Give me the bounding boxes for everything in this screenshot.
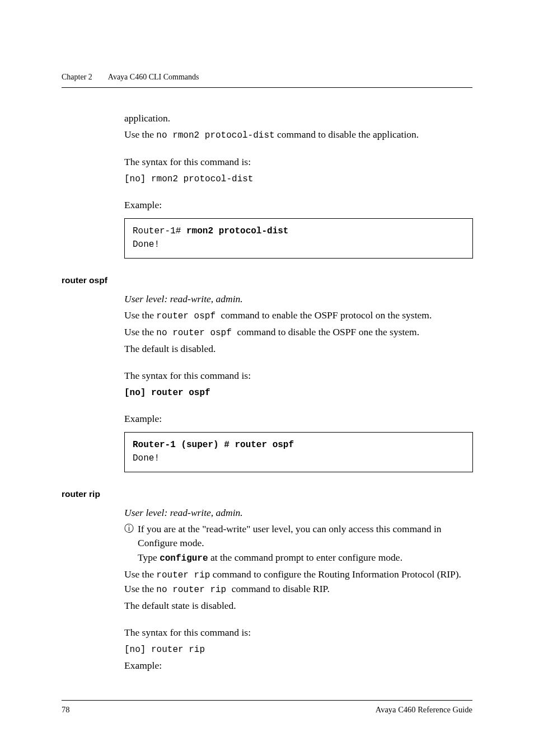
body-text: Example: — [124, 198, 472, 212]
inline-code: [no] router rip — [124, 645, 205, 655]
page-footer: 78 Avaya C460 Reference Guide — [62, 700, 472, 715]
body-text: Use the no router ospf command to disabl… — [124, 325, 472, 340]
footer-row: 78 Avaya C460 Reference Guide — [62, 705, 472, 715]
code-line: Done! — [133, 238, 465, 251]
code-prompt: Router-1# — [133, 226, 186, 236]
user-level: User level: read-write, admin. — [124, 292, 472, 306]
text-fragment: at the command prompt to enter configure… — [208, 552, 402, 563]
text-fragment: Use the — [124, 309, 156, 321]
header-rule — [62, 87, 472, 88]
info-subtext: Type configure at the command prompt to … — [138, 551, 472, 565]
code-command: Router-1 (super) # router ospf — [133, 440, 294, 450]
code-line: Done! — [133, 452, 465, 465]
code-line: Router-1 (super) # router ospf — [133, 438, 465, 452]
running-header: Chapter 2 Avaya C460 CLI Commands — [62, 73, 472, 82]
doc-title: Avaya C460 Reference Guide — [376, 705, 472, 715]
code-command: rmon2 protocol-dist — [186, 226, 288, 236]
footer-rule — [62, 700, 472, 701]
syntax-line: [no] rmon2 protocol-dist — [124, 171, 472, 186]
page-number: 78 — [62, 705, 70, 715]
body-text: The syntax for this command is: — [124, 155, 472, 169]
text-fragment: Use the — [124, 129, 156, 140]
section-router-ospf: User level: read-write, admin. Use the r… — [124, 292, 472, 472]
inline-code-bold: configure — [160, 553, 208, 564]
inline-code: [no] rmon2 protocol-dist — [124, 174, 253, 184]
inline-code: no router rip — [156, 585, 231, 595]
code-example-box: Router-1 (super) # router ospf Done! — [124, 432, 473, 472]
code-example-box: Router-1# rmon2 protocol-dist Done! — [124, 218, 473, 259]
body-text: The default is disabled. — [124, 342, 472, 356]
page: Chapter 2 Avaya C460 CLI Commands applic… — [0, 0, 534, 756]
code-line: Router-1# rmon2 protocol-dist — [133, 224, 465, 238]
user-level: User level: read-write, admin. — [124, 506, 472, 520]
body-text: application. — [124, 111, 472, 125]
body-text: Example: — [124, 659, 472, 673]
syntax-line: [no] router ospf — [124, 385, 472, 400]
chapter-title: Avaya C460 CLI Commands — [108, 73, 199, 82]
body-text: Use the no rmon2 protocol-dist command t… — [124, 128, 472, 142]
inline-code-bold: [no] router ospf — [124, 388, 210, 398]
chapter-label: Chapter 2 — [62, 73, 92, 82]
body-text: Use the router rip command to configure … — [124, 567, 472, 597]
body-text: The syntax for this command is: — [124, 626, 472, 640]
inline-code: no rmon2 protocol-dist — [156, 130, 274, 140]
section-heading-router-rip: router rip — [62, 489, 472, 499]
info-note: ⓘ If you are at the "read-write" user le… — [124, 522, 472, 551]
inline-code: no router ospf — [156, 328, 237, 338]
info-text: If you are at the "read-write" user leve… — [138, 522, 472, 551]
text-fragment: command to disable the OSPF one the syst… — [237, 326, 419, 337]
text-fragment: Use the — [124, 326, 156, 337]
info-icon: ⓘ — [124, 522, 138, 536]
section-rmon2-continued: application. Use the no rmon2 protocol-d… — [124, 111, 472, 259]
text-fragment: command to enable the OSPF protocol on t… — [221, 309, 432, 321]
section-router-rip: User level: read-write, admin. ⓘ If you … — [124, 506, 472, 673]
syntax-line: [no] router rip — [124, 642, 472, 656]
text-fragment: Use the — [124, 569, 156, 580]
body-text: Use the router ospf command to enable th… — [124, 308, 472, 323]
section-heading-router-ospf: router ospf — [62, 275, 472, 285]
text-fragment: command to disable the application. — [275, 129, 419, 140]
text-fragment: Type — [138, 552, 160, 563]
body-text: Example: — [124, 412, 472, 426]
text-fragment: command to disable RIP. — [232, 583, 330, 594]
inline-code: router ospf — [156, 311, 221, 321]
body-text: The default state is disabled. — [124, 599, 472, 613]
body-text: The syntax for this command is: — [124, 369, 472, 383]
inline-code: router rip — [156, 570, 210, 580]
